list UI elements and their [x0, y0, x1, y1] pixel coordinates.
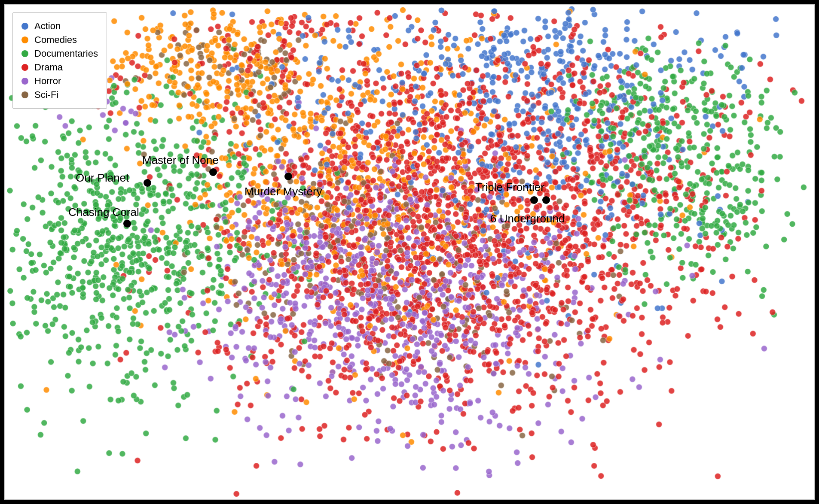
legend-dot-drama: [21, 64, 28, 71]
legend-label-action: Action: [34, 21, 61, 32]
legend-dot-documentaries: [21, 50, 28, 57]
legend-label-scifi: Sci-Fi: [34, 89, 58, 100]
legend-item-drama: Drama: [21, 62, 98, 73]
chart-container: Action Comedies Documentaries Drama Horr…: [4, 4, 815, 500]
legend-item-scifi: Sci-Fi: [21, 89, 98, 100]
legend-item-action: Action: [21, 21, 98, 32]
legend-item-documentaries: Documentaries: [21, 48, 98, 59]
legend: Action Comedies Documentaries Drama Horr…: [12, 12, 107, 109]
legend-label-comedies: Comedies: [34, 34, 77, 46]
legend-dot-comedies: [21, 36, 28, 43]
legend-dot-horror: [21, 78, 28, 85]
legend-dot-scifi: [21, 91, 28, 98]
scatter-plot: [5, 5, 814, 499]
legend-label-documentaries: Documentaries: [34, 48, 98, 59]
legend-label-drama: Drama: [34, 62, 63, 73]
legend-label-horror: Horror: [34, 76, 61, 87]
legend-item-comedies: Comedies: [21, 34, 98, 46]
legend-item-horror: Horror: [21, 76, 98, 87]
legend-dot-action: [21, 23, 28, 30]
